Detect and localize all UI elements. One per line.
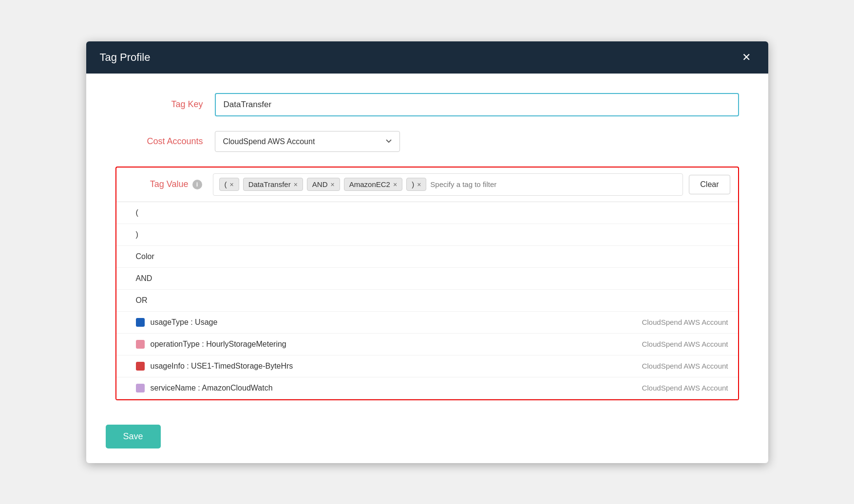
chip-amazonec2: AmazonEC2 × [344,178,402,191]
dropdown-item-usage-info[interactable]: usageInfo : USE1-TimedStorage-ByteHrs Cl… [116,355,738,377]
tag-chips-area[interactable]: ( × DataTransfer × AND × AmazonEC2 × [213,173,683,196]
tag-key-row: Tag Key [115,93,739,116]
chip-and: AND × [307,178,340,191]
color-swatch-red [136,362,145,371]
cost-accounts-row: Cost Accounts CloudSpend AWS Account AWS… [115,131,739,152]
tag-value-label-wrap: Tag Value i [124,179,202,189]
chip-label: ) [412,180,414,188]
color-swatch-blue [136,318,145,327]
save-button[interactable]: Save [106,425,161,448]
dropdown-item-account: CloudSpend AWS Account [642,384,728,392]
dropdown-item-and[interactable]: AND [116,268,738,290]
modal-title: Tag Profile [100,51,151,64]
dropdown-item-account: CloudSpend AWS Account [642,362,728,370]
clear-button[interactable]: Clear [689,175,730,194]
dropdown-item-open-paren[interactable]: ( [116,202,738,224]
chip-label: ( [225,180,227,188]
color-label: Color [136,252,154,261]
dropdown-item-operation-type[interactable]: operationType : HourlyStorageMetering Cl… [116,334,738,355]
dropdown-item-label: ) [136,230,138,239]
tag-value-label: Tag Value [150,179,189,189]
dropdown-item-usage-type[interactable]: usageType : Usage CloudSpend AWS Account [116,312,738,334]
tag-key-input[interactable] [215,93,739,116]
dropdown-item-label: usageType : Usage [151,318,218,327]
chip-open-paren: ( × [219,178,239,191]
color-swatch-pink [136,340,145,349]
chip-close-paren: ) × [406,178,426,191]
dropdown-item-label: usageInfo : USE1-TimedStorage-ByteHrs [151,362,293,371]
chip-label: AmazonEC2 [349,180,390,188]
tag-value-inner: Tag Value i ( × DataTransfer × AND × [116,168,738,202]
dropdown-item-label: ( [136,208,138,217]
tag-key-label: Tag Key [115,99,203,110]
modal-footer: Save [86,415,768,463]
chip-close-btn[interactable]: × [331,181,335,188]
modal-container: Tag Profile ✕ Tag Key Cost Accounts Clou… [86,41,768,463]
color-swatch-purple [136,384,145,392]
close-button[interactable]: ✕ [738,50,755,65]
dropdown-item-label: AND [136,274,152,283]
tag-value-section: Tag Value i ( × DataTransfer × AND × [115,167,739,400]
dropdown-item-or[interactable]: OR [116,290,738,312]
cost-accounts-label: Cost Accounts [115,136,203,147]
dropdown-item-account: CloudSpend AWS Account [642,318,728,326]
chip-close-btn[interactable]: × [393,181,397,188]
info-icon[interactable]: i [192,180,202,189]
modal-header: Tag Profile ✕ [86,41,768,74]
dropdown-item-close-paren[interactable]: ) [116,224,738,246]
chip-close-btn[interactable]: × [230,181,234,188]
dropdown-item-label: operationType : HourlyStorageMetering [151,340,286,349]
chip-close-btn[interactable]: × [417,181,421,188]
tag-filter-input[interactable] [430,180,677,188]
cost-accounts-select[interactable]: CloudSpend AWS Account AWS Account 2 Azu… [215,131,400,152]
dropdown-item-account: CloudSpend AWS Account [642,340,728,348]
dropdown-item-label: OR [136,296,148,305]
chip-datatransfer: DataTransfer × [243,178,303,191]
dropdown-item-color-label[interactable]: Color [116,246,738,268]
dropdown-item-service-name[interactable]: serviceName : AmazonCloudWatch CloudSpen… [116,377,738,399]
dropdown-item-label: serviceName : AmazonCloudWatch [151,384,273,392]
chip-close-btn[interactable]: × [294,181,298,188]
chip-label: AND [312,180,328,188]
dropdown-list: ( ) Color AND [116,202,738,399]
chip-label: DataTransfer [248,180,291,188]
modal-body: Tag Key Cost Accounts CloudSpend AWS Acc… [86,74,768,415]
